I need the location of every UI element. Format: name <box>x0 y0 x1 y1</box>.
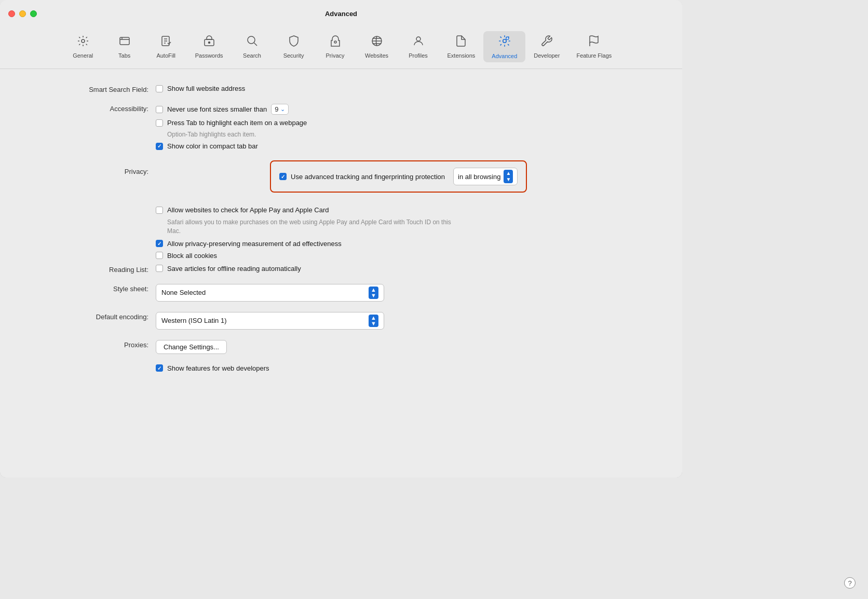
tab-profiles[interactable]: Profiles <box>398 32 439 62</box>
tab-extensions[interactable]: Extensions <box>439 32 484 62</box>
save-articles-checkbox[interactable] <box>156 265 163 272</box>
tab-security[interactable]: Security <box>273 32 315 62</box>
show-features-row: Show features for web developers <box>156 364 641 372</box>
tab-tabs-label: Tabs <box>118 52 130 59</box>
default-encoding-value: Western (ISO Latin 1) <box>161 317 226 324</box>
save-articles-label: Save articles for offline reading automa… <box>167 265 301 273</box>
svg-point-8 <box>248 36 255 44</box>
accessibility-content: Never use font sizes smaller than 9 ⌄ Pr… <box>156 104 641 150</box>
feature-flags-icon <box>588 35 600 50</box>
traffic-lights <box>8 10 37 17</box>
tab-feature-flags-label: Feature Flags <box>576 52 612 59</box>
tab-developer[interactable]: Developer <box>525 32 568 62</box>
default-encoding-content: Western (ISO Latin 1) ▲ ▼ <box>156 312 641 330</box>
tab-tabs[interactable]: Tabs <box>104 32 145 62</box>
tab-passwords-label: Passwords <box>195 52 223 59</box>
content-area: Smart Search Field: Show full website ad… <box>0 69 682 478</box>
tab-websites[interactable]: Websites <box>356 32 398 62</box>
block-cookies-checkbox[interactable] <box>156 252 163 259</box>
reading-list-content: Save articles for offline reading automa… <box>156 265 641 273</box>
profiles-icon <box>412 35 425 50</box>
tab-extensions-label: Extensions <box>447 52 476 59</box>
never-use-font-label: Never use font sizes smaller than <box>167 105 267 113</box>
show-features-checkbox[interactable] <box>156 364 163 372</box>
tab-general[interactable]: General <box>62 32 104 62</box>
tab-privacy[interactable]: Privacy <box>315 32 356 62</box>
privacy-section-wrapper: Privacy: Use advanced tracking and finge… <box>42 160 641 203</box>
font-size-stepper: ⌄ <box>280 106 285 113</box>
privacy-extra-content: Allow websites to check for Apple Pay an… <box>156 206 641 260</box>
reading-list-label: Reading List: <box>42 265 156 274</box>
block-cookies-row: Block all cookies <box>156 252 641 260</box>
smart-search-row: Smart Search Field: Show full website ad… <box>42 85 641 93</box>
browsing-select[interactable]: in all browsing ▲ ▼ <box>453 168 518 185</box>
show-full-address-row: Show full website address <box>156 85 641 92</box>
default-encoding-row: Default encoding: Western (ISO Latin 1) … <box>42 312 641 330</box>
style-sheet-content: None Selected ▲ ▼ <box>156 284 641 302</box>
press-tab-checkbox[interactable] <box>156 119 163 127</box>
privacy-inner: Use advanced tracking and fingerprinting… <box>279 168 518 185</box>
autofill-icon <box>160 35 172 50</box>
svg-point-7 <box>208 42 210 44</box>
never-use-font-checkbox[interactable] <box>156 106 163 113</box>
show-color-checkbox[interactable] <box>156 143 163 150</box>
close-button[interactable] <box>8 10 15 17</box>
press-tab-row: Press Tab to highlight each item on a we… <box>156 119 641 127</box>
tab-websites-label: Websites <box>365 52 388 59</box>
advanced-icon <box>498 34 511 51</box>
developer-content: Show features for web developers <box>156 364 641 372</box>
smart-search-label: Smart Search Field: <box>42 85 156 93</box>
press-tab-label: Press Tab to highlight each item on a we… <box>167 119 307 127</box>
font-size-value: 9 <box>275 105 278 113</box>
tracking-row: Use advanced tracking and fingerprinting… <box>279 168 518 185</box>
developer-row: Show features for web developers <box>42 364 641 372</box>
block-cookies-label: Block all cookies <box>167 252 217 260</box>
style-sheet-stepper: ▲ ▼ <box>369 287 378 299</box>
tab-autofill[interactable]: AutoFill <box>145 32 187 62</box>
accessibility-row: Accessibility: Never use font sizes smal… <box>42 104 641 150</box>
proxies-content: Change Settings... <box>156 340 641 354</box>
security-icon <box>288 35 300 50</box>
tab-passwords[interactable]: Passwords <box>187 32 232 62</box>
style-sheet-select[interactable]: None Selected ▲ ▼ <box>156 284 384 302</box>
maximize-button[interactable] <box>30 10 37 17</box>
smart-search-content: Show full website address <box>156 85 641 92</box>
style-sheet-row: Style sheet: None Selected ▲ ▼ <box>42 284 641 302</box>
show-color-row: Show color in compact tab bar <box>156 142 641 150</box>
websites-icon <box>371 35 383 50</box>
tab-advanced[interactable]: Advanced <box>483 31 525 62</box>
tab-general-label: General <box>73 52 93 59</box>
privacy-section: Use advanced tracking and fingerprinting… <box>270 160 527 193</box>
proxies-row: Proxies: Change Settings... <box>42 340 641 354</box>
developer-label <box>42 364 156 365</box>
never-use-font-row: Never use font sizes smaller than 9 ⌄ <box>156 104 641 115</box>
extensions-icon <box>455 35 467 50</box>
window-title: Advanced <box>325 10 357 18</box>
passwords-icon <box>203 35 215 50</box>
tab-advanced-label: Advanced <box>492 53 517 59</box>
ad-measurement-checkbox[interactable] <box>156 240 163 247</box>
minimize-button[interactable] <box>19 10 26 17</box>
tracking-checkbox[interactable] <box>279 173 287 180</box>
svg-rect-1 <box>120 37 129 45</box>
tab-search[interactable]: Search <box>232 32 273 62</box>
show-full-address-label: Show full website address <box>167 85 245 92</box>
default-encoding-select[interactable]: Western (ISO Latin 1) ▲ ▼ <box>156 312 384 330</box>
tab-privacy-label: Privacy <box>326 52 344 59</box>
svg-point-12 <box>503 39 507 43</box>
apple-pay-hint: Safari allows you to make purchases on t… <box>167 218 453 236</box>
svg-line-9 <box>254 43 257 46</box>
privacy-label: Privacy: <box>42 160 156 175</box>
tab-hint-text: Option-Tab highlights each item. <box>167 131 641 138</box>
apple-pay-checkbox[interactable] <box>156 207 163 214</box>
font-size-select[interactable]: 9 ⌄ <box>271 104 289 115</box>
privacy-extra-label <box>42 206 156 207</box>
style-sheet-label: Style sheet: <box>42 284 156 293</box>
show-full-address-checkbox[interactable] <box>156 85 163 92</box>
tab-autofill-label: AutoFill <box>156 52 175 59</box>
tab-feature-flags[interactable]: Feature Flags <box>568 32 620 62</box>
ad-measurement-label: Allow privacy-preserving measurement of … <box>167 240 342 248</box>
change-settings-button[interactable]: Change Settings... <box>156 340 227 354</box>
show-color-label: Show color in compact tab bar <box>167 142 258 150</box>
search-icon <box>246 35 259 50</box>
